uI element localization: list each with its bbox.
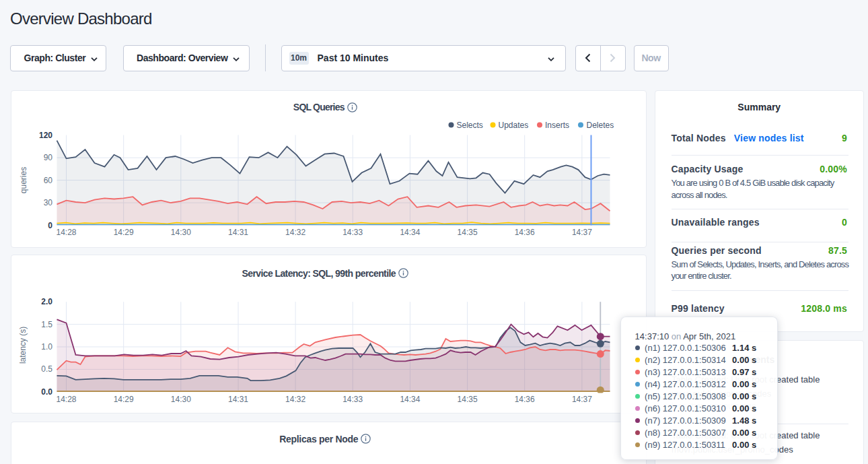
svg-text:60: 60 [43,175,52,185]
svg-text:14:32: 14:32 [285,394,305,403]
svg-text:14:28: 14:28 [56,228,76,237]
svg-text:1.0: 1.0 [41,342,52,352]
svg-text:0: 0 [48,220,52,230]
svg-text:14:31: 14:31 [227,394,248,403]
svg-text:queries: queries [18,166,28,193]
svg-text:14:33: 14:33 [342,228,363,237]
svg-text:14:30: 14:30 [170,228,190,237]
svg-text:14:29: 14:29 [113,228,133,237]
svg-text:Deletes: Deletes [586,120,614,129]
svg-text:14:34: 14:34 [400,394,420,403]
svg-text:14:28: 14:28 [56,394,76,403]
svg-text:2.0: 2.0 [41,297,52,306]
svg-text:Selects: Selects [456,120,482,129]
svg-text:30: 30 [43,198,52,207]
svg-text:Inserts: Inserts [545,120,569,129]
svg-text:14:33: 14:33 [342,394,363,403]
svg-text:0.5: 0.5 [41,364,52,374]
svg-text:14:31: 14:31 [227,228,248,237]
svg-text:14:37: 14:37 [571,228,591,237]
svg-text:14:34: 14:34 [400,228,420,237]
svg-text:14:36: 14:36 [514,394,534,403]
svg-text:14:35: 14:35 [457,228,477,237]
svg-text:14:35: 14:35 [457,394,477,403]
svg-text:14:36: 14:36 [514,228,534,237]
svg-text:120: 120 [38,130,52,139]
svg-text:0.0: 0.0 [41,387,52,396]
svg-text:14:37: 14:37 [571,394,591,403]
svg-text:14:30: 14:30 [170,394,190,403]
svg-text:1.5: 1.5 [41,319,52,329]
svg-text:14:32: 14:32 [285,228,305,237]
svg-text:Updates: Updates [498,120,528,129]
svg-text:14:29: 14:29 [113,394,133,403]
svg-text:latency (s): latency (s) [18,326,28,363]
svg-text:90: 90 [43,153,52,162]
